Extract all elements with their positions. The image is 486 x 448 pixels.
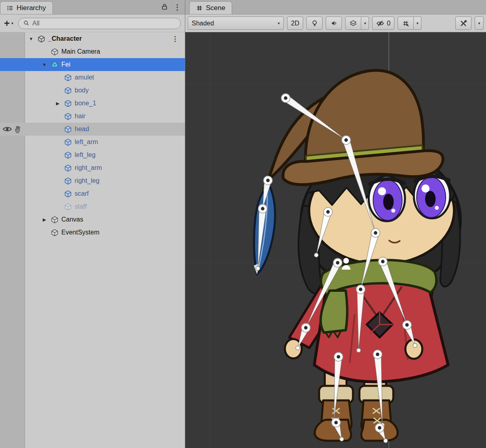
hierarchy-item-scarf[interactable]: scarf xyxy=(0,187,185,200)
disclosure-arrow-icon[interactable]: ▶ xyxy=(39,217,50,222)
unity-editor-window: Hierarchy ⋮ + ▾ All ▼_Character⋮Mai xyxy=(0,0,486,448)
hierarchy-item-label: left_arm xyxy=(75,138,98,146)
chevron-down-icon: ▾ xyxy=(417,21,419,25)
lock-icon[interactable] xyxy=(161,3,168,12)
hidden-count-label: 0 xyxy=(387,20,390,27)
gameobject-cube-icon xyxy=(63,151,73,159)
gameobject-cube-icon xyxy=(63,138,73,146)
visibility-eye-icon[interactable] xyxy=(2,126,12,132)
toolbar-overflow-dropdown[interactable]: ▾ xyxy=(475,17,484,30)
shading-mode-label: Shaded xyxy=(192,20,214,27)
hierarchy-item-label: amulet xyxy=(75,74,94,81)
plus-icon: + xyxy=(4,19,10,28)
component-tools-button[interactable] xyxy=(455,17,471,30)
hierarchy-item-hair[interactable]: hair xyxy=(0,110,185,123)
chevron-down-icon: ▾ xyxy=(364,21,366,25)
hierarchy-item-label: staff xyxy=(75,203,87,210)
kebab-menu-icon[interactable]: ⋮ xyxy=(174,4,181,11)
hierarchy-item-label: _Character xyxy=(48,35,82,42)
disclosure-arrow-icon[interactable]: ▶ xyxy=(52,101,63,106)
hierarchy-item-label: bone_1 xyxy=(75,100,96,107)
scene-effects-button[interactable] xyxy=(345,17,361,30)
chevron-down-icon: ▾ xyxy=(278,21,280,25)
scene-effects-dropdown[interactable]: ▾ xyxy=(361,17,369,30)
hierarchy-item-eventsystem[interactable]: EventSystem xyxy=(0,226,185,239)
character-sprite-fei xyxy=(254,70,461,441)
scene-effects-group: ▾ xyxy=(345,17,369,30)
kebab-menu-icon[interactable]: ⋮ xyxy=(172,35,178,43)
eye-right xyxy=(414,173,450,218)
hierarchy-panel: Hierarchy ⋮ + ▾ All ▼_Character⋮Mai xyxy=(0,0,185,448)
gameobject-cube-icon xyxy=(63,190,73,198)
scene-viewport[interactable] xyxy=(185,32,486,448)
lightbulb-icon xyxy=(311,20,318,27)
scene-canvas xyxy=(185,32,486,448)
grid-settings-group: ▾ xyxy=(398,17,421,30)
tab-scene-label: Scene xyxy=(206,4,225,12)
grid-settings-button[interactable] xyxy=(398,17,414,30)
hierarchy-item-label: Fei xyxy=(61,61,70,68)
list-icon xyxy=(7,5,13,11)
hierarchy-item-canvas[interactable]: ▶Canvas xyxy=(0,213,185,226)
disclosure-arrow-icon[interactable]: ▼ xyxy=(39,62,50,67)
row-gutter-controls xyxy=(0,124,25,135)
gameobject-cube-icon xyxy=(63,99,73,107)
search-icon xyxy=(23,20,29,26)
scene-lighting-button[interactable] xyxy=(306,17,323,30)
hierarchy-item-right_arm[interactable]: right_arm xyxy=(0,161,185,174)
prefab-cube-icon xyxy=(50,61,59,69)
hierarchy-item-amulet[interactable]: amulet xyxy=(0,71,185,84)
scene-audio-button[interactable] xyxy=(326,17,342,30)
grid-settings-dropdown[interactable]: ▾ xyxy=(414,17,421,30)
hierarchy-item-body[interactable]: body xyxy=(0,84,185,97)
hierarchy-item-bone_1[interactable]: ▶bone_1 xyxy=(0,97,185,110)
hierarchy-item-left_arm[interactable]: left_arm xyxy=(0,136,185,149)
tab-hierarchy-label: Hierarchy xyxy=(17,4,46,12)
hierarchy-item-main-camera[interactable]: Main Camera xyxy=(0,45,185,58)
hierarchy-tab-tools: ⋮ xyxy=(161,0,181,15)
gameobject-cube-icon xyxy=(50,48,59,56)
hierarchy-toolbar: + ▾ All xyxy=(0,15,185,32)
tab-scene[interactable]: Scene xyxy=(189,1,232,14)
grid-icon xyxy=(196,5,203,11)
tab-hierarchy[interactable]: Hierarchy xyxy=(0,1,53,14)
tools-wrench-icon xyxy=(460,20,467,27)
gameobject-cube-icon xyxy=(50,228,59,237)
hierarchy-item-fei[interactable]: ▼Fei xyxy=(0,58,185,71)
toggle-2d-label: 2D xyxy=(291,20,299,27)
eye-slash-icon xyxy=(376,20,384,27)
hierarchy-item-left_leg[interactable]: left_leg xyxy=(0,149,185,161)
hierarchy-item-right_leg[interactable]: right_leg xyxy=(0,174,185,187)
chevron-down-icon: ▾ xyxy=(11,21,13,25)
hierarchy-search-input[interactable]: All xyxy=(18,18,181,29)
layers-icon xyxy=(350,20,357,26)
hierarchy-item-staff[interactable]: staff xyxy=(0,200,185,213)
gameobject-cube-icon xyxy=(63,203,73,211)
shading-mode-dropdown[interactable]: Shaded ▾ xyxy=(188,17,284,30)
picking-hand-icon[interactable] xyxy=(14,125,22,134)
add-object-button[interactable]: + ▾ xyxy=(4,19,13,28)
speaker-icon xyxy=(331,20,337,27)
scene-visibility-button[interactable]: 0 xyxy=(372,17,394,30)
hierarchy-item-label: head xyxy=(75,126,89,133)
hierarchy-tabbar: Hierarchy ⋮ xyxy=(0,0,185,15)
scene-toolbar: Shaded ▾ 2D xyxy=(185,15,486,32)
eye-left xyxy=(369,176,405,221)
search-placeholder: All xyxy=(32,20,40,27)
hierarchy-item-label: left_leg xyxy=(75,151,96,159)
hierarchy-item-label: Canvas xyxy=(61,216,83,223)
hierarchy-item-head[interactable]: head xyxy=(0,123,185,136)
hierarchy-item-label: EventSystem xyxy=(61,229,99,236)
gameobject-cube-icon xyxy=(63,125,73,133)
hierarchy-item-label: right_arm xyxy=(75,164,102,172)
disclosure-arrow-icon[interactable]: ▼ xyxy=(26,36,36,41)
toggle-2d-button[interactable]: 2D xyxy=(287,17,303,30)
hierarchy-item-label: Main Camera xyxy=(61,48,100,55)
scene-panel: Scene Shaded ▾ 2D xyxy=(185,0,486,448)
gameobject-cube-icon xyxy=(63,177,73,185)
unity-scene-icon xyxy=(36,35,46,43)
hierarchy-item-_character[interactable]: ▼_Character⋮ xyxy=(0,32,185,45)
grid-snap-icon xyxy=(402,20,409,27)
gameobject-cube-icon xyxy=(50,216,59,224)
hierarchy-tree: ▼_Character⋮Main Camera▼Feiamuletbody▶bo… xyxy=(0,32,185,239)
